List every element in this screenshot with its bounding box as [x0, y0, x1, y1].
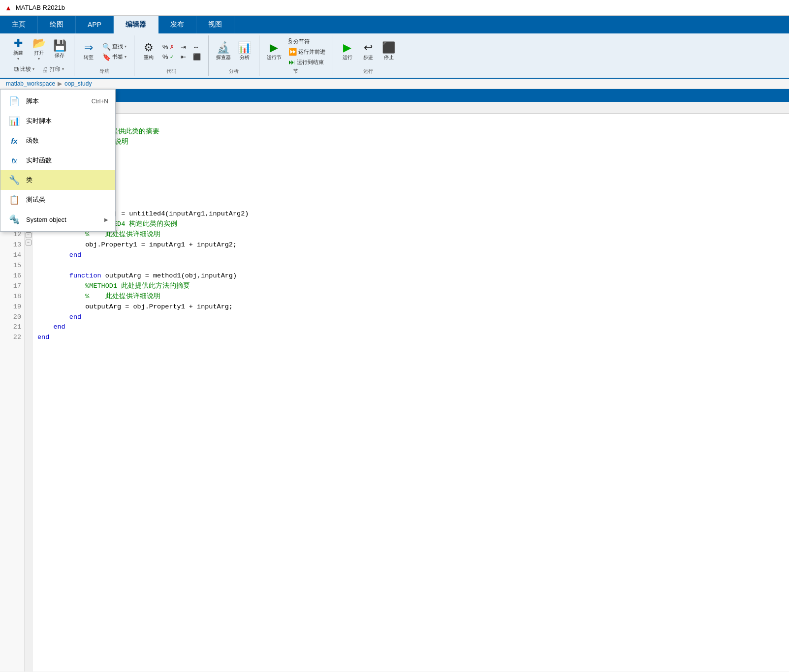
run-to-end-icon: ⏭ [288, 58, 295, 66]
file-buttons: ✚ 新建 ▾ 📂 打开 ▾ 💾 保存 [9, 36, 69, 62]
step-icon: ↩ [364, 42, 373, 53]
run-button[interactable]: ▶ 运行 [338, 41, 357, 62]
tab-publish[interactable]: 发布 [158, 16, 196, 33]
code-line-18: % 此处提供详细说明 [37, 292, 784, 302]
find-button[interactable]: 🔍 查找 ▾ [100, 42, 129, 52]
breadcrumb-sep1: ▶ [58, 80, 62, 87]
new-dropdown-menu: 📄 脚本 Ctrl+N 📊 实时脚本 fx 函数 fx 实时函数 🔧 类 📋 测… [0, 89, 116, 232]
explorer-icon: 🔬 [217, 42, 230, 53]
script-shortcut: Ctrl+N [92, 98, 108, 105]
menu-item-livefunction[interactable]: fx 实时函数 [0, 151, 115, 170]
fold-16[interactable]: − [26, 232, 32, 238]
print-dropdown-arrow[interactable]: ▾ [62, 67, 64, 71]
indent-btn1[interactable]: ⇥ [178, 42, 189, 52]
goto-button[interactable]: ⇒ 转至 [79, 41, 98, 62]
breadcrumb: matlab_workspace ▶ oop_study [0, 79, 789, 89]
find-bookmark-col: 🔍 查找 ▾ 🔖 书签 ▾ [100, 42, 129, 62]
open-button[interactable]: 📂 打开 ▾ [30, 36, 48, 62]
compare-button[interactable]: ⧉ 比较 ▾ [11, 64, 37, 74]
percent-btn1[interactable]: %✗ [160, 42, 176, 52]
code-line-7: end [37, 179, 784, 189]
bookmark-dropdown-arrow[interactable]: ▾ [125, 55, 126, 59]
editor-tabs: untitled4 * ✕ + [0, 102, 789, 114]
bookmark-icon: 🔖 [102, 53, 111, 61]
fold-17[interactable]: − [26, 240, 32, 245]
breadcrumb-part2[interactable]: oop_study [64, 80, 92, 87]
run-section-button[interactable]: ▶ 运行节 [264, 41, 284, 62]
nav-buttons: ⇒ 转至 🔍 查找 ▾ 🔖 书签 ▾ [79, 36, 129, 67]
section-group-label: 节 [293, 67, 298, 75]
menu-item-systemobject[interactable]: 🔩 System object [0, 210, 115, 229]
code-line-17: %METHOD1 此处提供此方法的摘要 [37, 281, 784, 292]
tab-home[interactable]: 主页 [0, 16, 38, 33]
systemobject-icon: 🔩 [7, 213, 21, 226]
bookmark-button[interactable]: 🔖 书签 ▾ [100, 52, 129, 62]
systemobject-label: System object [26, 216, 66, 223]
code-content[interactable]: classdef untitled4 %UNTITLED4 此处提供此类的摘要 … [32, 114, 789, 672]
code-line-10: function obj = untitled4(inputArg1,input… [37, 209, 784, 219]
indent-btn2[interactable]: ⇤ [178, 52, 189, 61]
print-icon: 🖨 [41, 65, 48, 73]
analysis-group: 🔬 探查器 📊 分析 分析 [209, 35, 259, 76]
line-num-17: 17 [4, 281, 21, 292]
open-dropdown-arrow[interactable]: ▾ [38, 57, 40, 61]
breadcrumb-part1[interactable]: matlab_workspace [6, 80, 55, 87]
editor-title-bar: ◉ ✏ 编辑器 - untitled4 * [0, 89, 789, 102]
save-button[interactable]: 💾 保存 [50, 39, 69, 61]
indent-col: ⇥ ⇤ [178, 42, 189, 61]
compare-dropdown-arrow[interactable]: ▾ [32, 67, 34, 71]
code-line-19: outputArg = obj.Property1 + inputArg; [37, 302, 784, 312]
inline-btn1[interactable]: ↔ [190, 42, 203, 52]
menu-item-function[interactable]: fx 函数 [0, 131, 115, 151]
code-line-22: end [37, 333, 784, 343]
run-group: ▶ 运行 ↩ 步进 ⬛ 停止 运行 [333, 35, 403, 76]
print-button[interactable]: 🖨 打印 ▾ [39, 64, 66, 74]
analyze-icon: 📊 [238, 42, 251, 53]
tab-view[interactable]: 视图 [196, 16, 234, 33]
step-button[interactable]: ↩ 步进 [359, 41, 378, 62]
tab-editor[interactable]: 编辑器 [114, 16, 158, 33]
run-forward-button[interactable]: ⏩ 运行并前进 [286, 47, 328, 57]
run-forward-icon: ⏩ [288, 48, 297, 56]
analyze-button[interactable]: 📊 分析 [235, 41, 254, 62]
tab-app[interactable]: APP [76, 16, 114, 33]
inline-btn2[interactable]: ⬛ [190, 52, 203, 61]
code-line-8 [37, 188, 784, 199]
section-sym-button[interactable]: § 分节符 [286, 36, 328, 46]
class-icon: 🔧 [7, 173, 21, 187]
livescript-label: 实时脚本 [26, 117, 52, 125]
script-icon: 📄 [7, 94, 21, 108]
refactor-button[interactable]: ⚙ 重构 [139, 41, 158, 62]
line-num-21: 21 [4, 322, 21, 333]
code-line-2: %UNTITLED4 此处提供此类的摘要 [37, 127, 784, 137]
editor-area: ◉ ✏ 编辑器 - untitled4 * untitled4 * ✕ + 1 … [0, 89, 789, 672]
menu-item-script[interactable]: 📄 脚本 Ctrl+N [0, 92, 115, 111]
run-to-end-button[interactable]: ⏭ 运行到结束 [286, 57, 328, 67]
main-area: 📄 脚本 Ctrl+N 📊 实时脚本 fx 函数 fx 实时函数 🔧 类 📋 测… [0, 89, 789, 672]
tab-plot[interactable]: 绘图 [38, 16, 76, 33]
run-section-icon: ▶ [270, 42, 278, 53]
testclass-label: 测试类 [26, 195, 45, 204]
code-line-9: methods [37, 199, 784, 209]
code-area[interactable]: 1 2 3 4 5 6 7 8 9 10 11 12 13 14 15 16 1… [0, 114, 789, 672]
menu-item-class[interactable]: 🔧 类 [0, 170, 115, 190]
stop-button[interactable]: ⬛ 停止 [379, 41, 398, 62]
line-num-22: 22 [4, 333, 21, 343]
find-dropdown-arrow[interactable]: ▾ [125, 44, 126, 49]
ribbon-toolbar: ✚ 新建 ▾ 📂 打开 ▾ 💾 保存 ⧉ 比较 ▾ 🖨 打印 [0, 33, 789, 79]
code-line-14: end [37, 250, 784, 261]
menu-item-livescript[interactable]: 📊 实时脚本 [0, 111, 115, 131]
new-button[interactable]: ✚ 新建 ▾ [9, 36, 28, 62]
function-label: 函数 [26, 136, 39, 145]
new-icon: ✚ [14, 38, 23, 49]
code-line-4 [37, 148, 784, 158]
section-sym-icon: § [288, 37, 292, 45]
explorer-button[interactable]: 🔬 探查器 [214, 41, 233, 62]
code-line-1: classdef untitled4 [37, 117, 784, 127]
menu-item-testclass[interactable]: 📋 测试类 [0, 190, 115, 210]
code-line-5: properties [37, 158, 784, 168]
testclass-icon: 📋 [7, 193, 21, 207]
new-dropdown-arrow[interactable]: ▾ [17, 57, 19, 61]
percent-btn2[interactable]: %✓ [160, 52, 176, 61]
title-bar: ▲ MATLAB R2021b [0, 0, 789, 16]
